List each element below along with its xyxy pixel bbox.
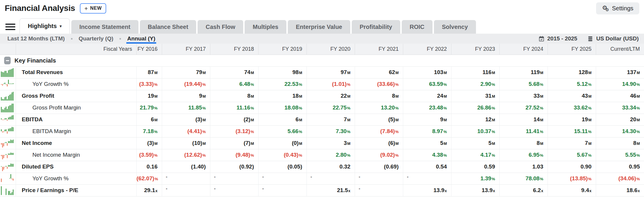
section-title: Key Financials xyxy=(14,57,56,64)
tab-solvency[interactable]: Solvency xyxy=(434,20,476,34)
value-cell: 0.54 xyxy=(403,161,451,173)
row-label: YoY Growth % xyxy=(16,173,136,184)
sparkline-icon[interactable] xyxy=(0,149,16,161)
sparkline-icon[interactable] xyxy=(0,114,16,125)
value-cell: 13.9x xyxy=(403,184,451,196)
tab-bar: Highlights▾Income StatementBalance Sheet… xyxy=(0,17,644,34)
value-cell: 21.79% xyxy=(136,102,162,114)
sparkline-icon[interactable] xyxy=(0,78,16,90)
tab-balance-sheet[interactable]: Balance Sheet xyxy=(140,20,196,34)
financial-analysis-app: Financial Analysis + NEW ⚙⚙ Settings Hig… xyxy=(0,0,644,198)
value-cell: 13.9x xyxy=(451,184,499,196)
value-cell: 8M xyxy=(499,137,548,149)
period-last-12-months-ltm[interactable]: Last 12 Months (LTM) xyxy=(5,34,67,44)
value-cell: (9.48)% xyxy=(210,149,258,161)
value-cell: (3.33)% xyxy=(136,78,162,90)
value-cell: 27.52% xyxy=(499,102,548,114)
value-cell: (19.44)% xyxy=(162,78,210,90)
sparkline-icon[interactable] xyxy=(0,125,16,137)
filters: 2015 - 2025 US Dollar (USD) xyxy=(538,34,639,44)
date-range-selector[interactable]: 2015 - 2025 xyxy=(538,35,577,42)
sparkline-icon[interactable] xyxy=(0,173,16,184)
tab-highlights[interactable]: Highlights▾ xyxy=(20,18,70,34)
value-cell: 5.68% xyxy=(499,78,548,90)
value-cell: 43M xyxy=(548,90,596,102)
sparkline-icon[interactable] xyxy=(0,137,16,149)
menu-icon[interactable] xyxy=(5,20,15,34)
sparkline-icon[interactable] xyxy=(0,184,16,196)
value-cell: 31M xyxy=(451,90,499,102)
tab-enterprise-value[interactable]: Enterprise Value xyxy=(288,20,350,34)
table-row[interactable]: Gross Profit19M9M8M18M22M8M24M31M33M43M4… xyxy=(0,90,644,102)
tab-income-statement[interactable]: Income Statement xyxy=(71,20,138,34)
table-row[interactable]: EBITDA6M(3)M(2)M6M7M(5)M9M12M14M19M20M xyxy=(0,114,644,125)
table-row[interactable]: Price / Earnings - P/E29.1x---21.5x-13.9… xyxy=(0,184,644,196)
value-cell: 5.12% xyxy=(548,78,596,90)
table-row[interactable]: YoY Growth %(3.33)%(19.44)%6.48%22.53%(1… xyxy=(0,78,644,90)
row-label: Net Income Margin xyxy=(16,149,136,161)
value-cell: (0.92) xyxy=(210,161,258,173)
gears-icon: ⚙⚙ xyxy=(602,5,609,12)
sparkline-icon[interactable] xyxy=(0,90,16,102)
table-row[interactable]: EBITDA Margin7.18%(4.41)%(3.12)%5.66%7.3… xyxy=(0,125,644,137)
currency-value: US Dollar (USD) xyxy=(596,35,639,42)
value-cell: (2)M xyxy=(210,114,258,125)
settings-button[interactable]: ⚙⚙ Settings xyxy=(596,2,639,14)
value-cell: (0.69) xyxy=(355,161,403,173)
coins-icon xyxy=(587,36,593,42)
tab-profitability[interactable]: Profitability xyxy=(352,20,400,34)
table-row[interactable]: Net Income(3)M(10)M(7)M(0)M3M(6)M5M5M8M7… xyxy=(0,137,644,149)
column-header-fy-2022: FY 2022 xyxy=(403,44,451,55)
row-label: EBITDA xyxy=(16,114,136,125)
value-cell: 4.38% xyxy=(403,149,451,161)
value-cell: 5M xyxy=(403,137,451,149)
value-cell: (3.12)% xyxy=(210,125,258,137)
section-row: Key Financials xyxy=(0,55,644,66)
sparkline-icon[interactable] xyxy=(0,66,16,78)
tab-multiples[interactable]: Multiples xyxy=(245,20,286,34)
value-cell: 6.2x xyxy=(499,184,548,196)
value-cell: (4.41)% xyxy=(162,125,210,137)
value-cell: 62M xyxy=(355,66,403,78)
value-cell: 0.59 xyxy=(451,161,499,173)
value-cell: (3)M xyxy=(162,114,210,125)
value-cell: 5.66% xyxy=(258,125,306,137)
value-cell: 7M xyxy=(306,114,355,125)
row-label: Total Revenues xyxy=(16,66,136,78)
value-cell: 46M xyxy=(596,90,644,102)
value-cell: 11.41% xyxy=(499,125,548,137)
value-cell: 128M xyxy=(548,66,596,78)
value-cell: 0.16 xyxy=(136,161,162,173)
value-cell: 9.4x xyxy=(548,184,596,196)
value-cell: 7M xyxy=(548,137,596,149)
row-label: EBITDA Margin xyxy=(16,125,136,137)
sparkline-icon[interactable] xyxy=(0,102,16,114)
value-cell: (12.62)% xyxy=(162,149,210,161)
value-cell: 5M xyxy=(451,137,499,149)
value-cell: 11.85% xyxy=(162,102,210,114)
value-cell: 2.80% xyxy=(306,149,355,161)
collapse-minus-icon[interactable] xyxy=(4,57,11,64)
value-cell: 8.97% xyxy=(403,125,451,137)
value-cell: (0)M xyxy=(258,137,306,149)
new-button[interactable]: + NEW xyxy=(80,3,106,14)
tab-cash-flow[interactable]: Cash Flow xyxy=(198,20,243,34)
table-row[interactable]: Net Income Margin(3.59)%(12.62)%(9.48)%(… xyxy=(0,149,644,161)
value-cell: 11.16% xyxy=(210,102,258,114)
value-cell: 1.39% xyxy=(451,173,499,184)
table-row[interactable]: YoY Growth %(62.07)%------1.39%78.08%(13… xyxy=(0,173,644,184)
period-quarterly-q[interactable]: Quarterly (Q) xyxy=(77,34,115,44)
period-annual-y[interactable]: Annual (Y) xyxy=(125,34,157,44)
currency-selector[interactable]: US Dollar (USD) xyxy=(587,35,639,42)
value-cell: 6.95% xyxy=(499,149,548,161)
value-cell: (1.40) xyxy=(162,161,210,173)
value-cell: 0.32 xyxy=(306,161,355,173)
page-title: Financial Analysis xyxy=(5,4,75,13)
table-row[interactable]: Total Revenues87M79M74M98M97M62M103M116M… xyxy=(0,66,644,78)
value-cell: (5)M xyxy=(355,114,403,125)
table-row[interactable]: Gross Profit Margin21.79%11.85%11.16%18.… xyxy=(0,102,644,114)
tab-roic[interactable]: ROIC xyxy=(402,20,432,34)
table-row[interactable]: Diluted EPS0.16(1.40)(0.92)(0.05)0.32(0.… xyxy=(0,161,644,173)
plus-icon: + xyxy=(84,5,88,12)
sparkline-icon[interactable] xyxy=(0,161,16,173)
